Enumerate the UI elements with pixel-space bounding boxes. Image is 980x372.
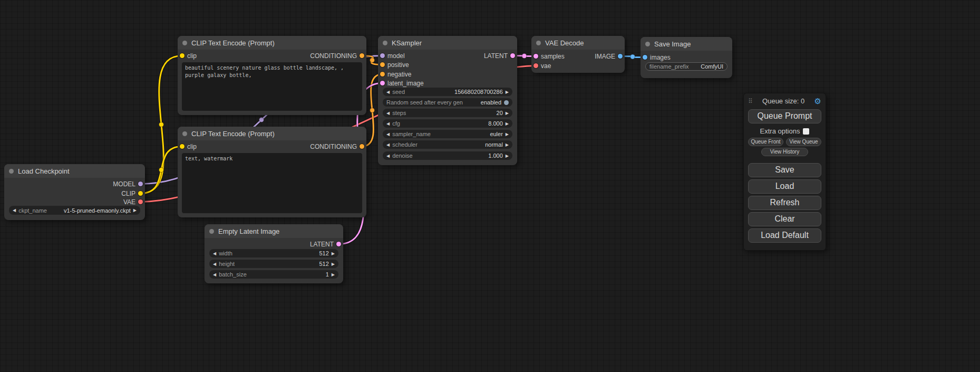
ckpt-name-widget[interactable]: ◀ ckpt_name v1-5-pruned-emaonly.ckpt ▶	[9, 206, 140, 215]
prev-arrow-icon[interactable]: ◀	[386, 121, 390, 126]
extra-options-checkbox[interactable]	[803, 128, 809, 135]
negative-input-port[interactable]	[380, 72, 385, 77]
batch-size-widget[interactable]: ◀ batch_size 1 ▶	[209, 270, 338, 279]
node-title-bar[interactable]: CLIP Text Encode (Prompt)	[178, 127, 366, 140]
output-slot-model: MODEL	[113, 180, 145, 188]
output-slot-vae: VAE	[123, 198, 145, 206]
load-default-button[interactable]: Load Default	[748, 228, 821, 243]
node-collapse-dot[interactable]	[182, 41, 187, 45]
height-widget[interactable]: ◀ height 512 ▶	[209, 260, 338, 268]
slot-label: samples	[541, 53, 565, 60]
sampler-name-widget[interactable]: ◀ sampler_name euler ▶	[383, 130, 512, 138]
prev-arrow-icon[interactable]: ◀	[386, 142, 390, 147]
latent-image-input-port[interactable]	[380, 81, 385, 85]
clip-output-port[interactable]	[138, 191, 143, 196]
prev-arrow-icon[interactable]: ◀	[386, 132, 390, 137]
refresh-button[interactable]: Refresh	[748, 196, 821, 210]
output-slot-conditioning: CONDITIONING	[310, 52, 366, 60]
view-history-button[interactable]: View History	[761, 148, 808, 156]
random-seed-toggle-widget[interactable]: Random seed after every gen enabled	[383, 98, 512, 107]
next-arrow-icon[interactable]: ▶	[506, 154, 509, 158]
next-arrow-icon[interactable]: ▶	[332, 272, 335, 277]
settings-gear-icon[interactable]: ⚙	[814, 97, 821, 105]
node-title-bar[interactable]: CLIP Text Encode (Prompt)	[178, 36, 366, 50]
steps-widget[interactable]: ◀ steps 20 ▶	[383, 109, 512, 117]
vae-input-port[interactable]	[533, 63, 538, 68]
node-collapse-dot[interactable]	[536, 41, 541, 45]
clip-input-port[interactable]	[180, 144, 185, 149]
prev-arrow-icon[interactable]: ◀	[213, 272, 216, 277]
vae-output-port[interactable]	[138, 199, 143, 204]
filename-prefix-widget[interactable]: filename_prefix ComfyUI	[645, 62, 727, 71]
load-button[interactable]: Load	[748, 179, 821, 194]
prev-arrow-icon[interactable]: ◀	[13, 208, 16, 213]
node-title-bar[interactable]: KSampler	[378, 36, 517, 50]
prev-arrow-icon[interactable]: ◀	[386, 90, 390, 94]
prev-arrow-icon[interactable]: ◀	[386, 111, 390, 116]
next-arrow-icon[interactable]: ▶	[506, 142, 509, 147]
prompt-text-widget[interactable]: text, watermark	[182, 153, 362, 213]
node-clip-text-encode-positive[interactable]: CLIP Text Encode (Prompt) clip CONDITION…	[178, 36, 366, 115]
queue-prompt-button[interactable]: Queue Prompt	[748, 109, 821, 123]
prev-arrow-icon[interactable]: ◀	[213, 262, 216, 266]
image-output-port[interactable]	[618, 54, 623, 59]
node-save-image[interactable]: Save Image images filename_prefix ComfyU…	[641, 37, 732, 78]
wire-midpoint-dot	[370, 108, 375, 113]
next-arrow-icon[interactable]: ▶	[506, 111, 509, 116]
next-arrow-icon[interactable]: ▶	[506, 90, 509, 94]
node-load-checkpoint[interactable]: Load Checkpoint MODEL CLIP VAE ◀ ckpt_na…	[4, 164, 145, 220]
conditioning-output-port[interactable]	[360, 53, 364, 58]
node-title-bar[interactable]: Load Checkpoint	[4, 164, 145, 178]
prev-arrow-icon[interactable]: ◀	[386, 154, 390, 158]
save-button[interactable]: Save	[748, 163, 821, 177]
slot-label: CONDITIONING	[310, 52, 357, 60]
node-graph-canvas[interactable]: Load Checkpoint MODEL CLIP VAE ◀ ckpt_na…	[0, 0, 980, 372]
clear-button[interactable]: Clear	[748, 212, 821, 226]
node-title: CLIP Text Encode (Prompt)	[191, 39, 275, 47]
toggle-dot-icon[interactable]	[504, 100, 509, 105]
node-collapse-dot[interactable]	[209, 229, 214, 234]
images-input-port[interactable]	[643, 55, 647, 60]
next-arrow-icon[interactable]: ▶	[506, 132, 509, 137]
clip-input-port[interactable]	[180, 53, 185, 58]
next-arrow-icon[interactable]: ▶	[133, 208, 137, 213]
conditioning-output-port[interactable]	[360, 144, 364, 149]
node-clip-text-encode-negative[interactable]: CLIP Text Encode (Prompt) clip CONDITION…	[178, 127, 366, 217]
next-arrow-icon[interactable]: ▶	[506, 121, 509, 126]
queue-size-label: Queue size: 0	[753, 97, 814, 105]
width-widget[interactable]: ◀ width 512 ▶	[209, 249, 338, 257]
node-title-bar[interactable]: Empty Latent Image	[205, 224, 343, 238]
node-title-bar[interactable]: Save Image	[641, 37, 732, 51]
samples-input-port[interactable]	[533, 54, 538, 59]
node-empty-latent-image[interactable]: Empty Latent Image LATENT ◀ width 512 ▶ …	[205, 224, 343, 283]
latent-output-port[interactable]	[336, 242, 341, 246]
next-arrow-icon[interactable]: ▶	[332, 262, 335, 266]
cfg-widget[interactable]: ◀ cfg 8.000 ▶	[383, 119, 512, 128]
node-collapse-dot[interactable]	[383, 41, 387, 45]
node-collapse-dot[interactable]	[9, 169, 14, 174]
drag-handle-icon[interactable]: ⠿	[748, 98, 753, 105]
positive-input-port[interactable]	[380, 62, 385, 67]
node-title-bar[interactable]: VAE Decode	[531, 36, 625, 50]
slot-label: images	[650, 54, 671, 61]
wire-midpoint-dot	[259, 118, 264, 122]
seed-widget[interactable]: ◀ seed 156680208700286 ▶	[383, 88, 512, 96]
node-vae-decode[interactable]: VAE Decode samples vae IMAGE	[531, 36, 625, 73]
denoise-widget[interactable]: ◀ denoise 1.000 ▶	[383, 151, 512, 160]
latent-output-port[interactable]	[510, 53, 515, 58]
prev-arrow-icon[interactable]: ◀	[213, 251, 216, 256]
model-input-port[interactable]	[380, 53, 385, 58]
wire-midpoint-dot	[370, 58, 375, 63]
next-arrow-icon[interactable]: ▶	[332, 251, 335, 256]
queue-front-button[interactable]: Queue Front	[748, 138, 783, 146]
node-collapse-dot[interactable]	[645, 42, 650, 46]
model-output-port[interactable]	[138, 182, 143, 186]
slot-label: LATENT	[310, 241, 334, 248]
slot-label: LATENT	[484, 52, 508, 60]
node-collapse-dot[interactable]	[182, 131, 187, 136]
prompt-text-widget[interactable]: beautiful scenery nature glass bottle la…	[182, 62, 362, 111]
node-ksampler[interactable]: KSampler model positive negative latent_…	[378, 36, 517, 165]
slot-label: IMAGE	[595, 53, 615, 60]
scheduler-widget[interactable]: ◀ scheduler normal ▶	[383, 140, 512, 149]
view-queue-button[interactable]: View Queue	[786, 138, 821, 146]
